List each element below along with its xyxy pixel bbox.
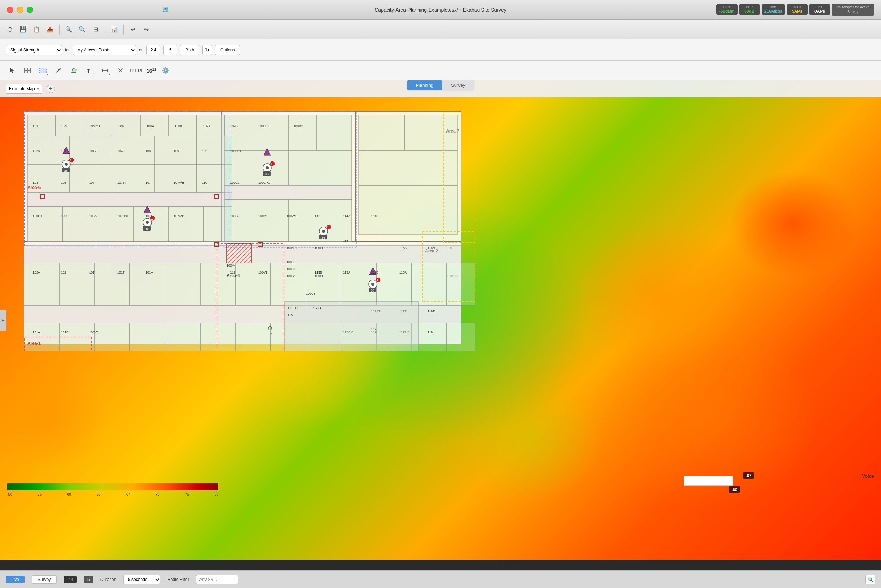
minimize-button[interactable] [17, 7, 23, 13]
svg-rect-48 [225, 115, 288, 150]
svg-rect-28 [140, 115, 168, 136]
ruler-tool[interactable] [130, 64, 142, 77]
svg-text:100U: 100U [286, 260, 294, 264]
refresh-button[interactable]: ↻ [202, 45, 212, 55]
svg-text:36: 36 [265, 172, 268, 176]
grid-area-tool[interactable] [37, 64, 49, 77]
svg-text:100W1: 100W1 [286, 214, 297, 218]
svg-text:1: 1 [376, 279, 378, 282]
zoom-button[interactable]: 🔍 [866, 574, 875, 585]
svg-rect-77 [94, 323, 130, 351]
redo-button[interactable]: ↪ [141, 24, 152, 35]
svg-rect-52 [288, 150, 352, 185]
map-name-select[interactable]: Example Map [6, 84, 42, 94]
svg-text:104C/D: 104C/D [89, 124, 100, 128]
svg-text:107: 107 [89, 181, 94, 184]
svg-rect-61 [24, 263, 59, 305]
svg-text:100V3: 100V3 [89, 331, 98, 334]
svg-rect-87 [447, 323, 475, 351]
duration-select[interactable]: 5 seconds [123, 575, 160, 584]
svg-text:117: 117 [371, 327, 376, 331]
window-title: Capacity-Area-Planning-Example.esx* - Ek… [375, 7, 506, 13]
svg-text:100C1: 100C1 [33, 214, 42, 218]
svg-text:101B: 101B [61, 331, 68, 334]
for-label: for [65, 48, 70, 52]
legend-max: -80 [213, 492, 218, 496]
map-sidebar-toggle[interactable]: ▶ [0, 309, 6, 331]
access-points-select[interactable]: My Access Points [73, 45, 136, 55]
svg-rect-63 [94, 263, 130, 305]
svg-rect-78 [130, 323, 165, 351]
undo-button[interactable]: ↩ [127, 24, 138, 35]
options-button[interactable]: Options [215, 45, 240, 55]
fit-button[interactable]: ⊞ [90, 24, 101, 35]
ap-tool[interactable] [114, 64, 127, 77]
svg-text:113A: 113A [343, 271, 350, 274]
svg-rect-53 [225, 185, 352, 200]
svg-text:104L: 104L [61, 124, 68, 128]
svg-point-11 [120, 70, 121, 71]
band-input[interactable] [163, 45, 177, 55]
svg-text:107C/D: 107C/D [117, 214, 128, 218]
legend-mid3: -65 [96, 492, 100, 496]
area-tool[interactable] [67, 64, 80, 77]
svg-rect-54 [225, 200, 288, 242]
svg-rect-25 [56, 115, 84, 136]
svg-text:101T: 101T [117, 271, 125, 274]
zoom-out-button[interactable]: 🔍 [76, 24, 88, 35]
sep3 [123, 25, 124, 34]
save-button[interactable]: 💾 [18, 24, 29, 35]
svg-rect-4 [40, 68, 46, 73]
select-tool[interactable] [6, 64, 18, 77]
grid-tool[interactable] [21, 64, 34, 77]
svg-rect-3 [28, 71, 31, 73]
ssid-filter-input[interactable] [196, 575, 238, 584]
text-tool[interactable]: T [83, 64, 96, 77]
close-button[interactable] [7, 7, 13, 13]
svg-rect-213 [285, 302, 419, 351]
survey-tab-button[interactable]: Survey [32, 575, 57, 584]
svg-text:102: 102 [61, 271, 66, 274]
on-label: on [139, 48, 144, 52]
svg-rect-64 [130, 263, 165, 305]
channel-input[interactable] [146, 45, 160, 55]
export-button[interactable]: 📋 [31, 24, 42, 35]
svg-text:108B: 108B [175, 124, 182, 128]
chart-button[interactable]: 📊 [109, 24, 120, 35]
legend-mid5: -70 [154, 492, 159, 496]
svg-text:103: 103 [33, 124, 38, 128]
survey-toggle[interactable]: Survey [443, 80, 473, 90]
maximize-button[interactable] [27, 7, 33, 13]
cursor-tool[interactable]: ⬡ [4, 24, 15, 35]
legend-gradient-bar [7, 483, 219, 490]
svg-text:119T: 119T [427, 309, 435, 313]
no-adapter-badge: No Adapter for Active Survey [832, 3, 874, 15]
svg-text:100U1: 100U1 [286, 267, 296, 271]
svg-text:109B: 109B [230, 124, 238, 128]
svg-rect-24 [27, 115, 56, 136]
sep1 [59, 25, 60, 34]
signal-value-1: -67 [743, 472, 754, 479]
svg-text:105: 105 [61, 181, 66, 184]
svg-text:114A: 114A [343, 214, 350, 218]
data-badge: Data 216Mbps [761, 4, 785, 15]
live-button[interactable]: Live [6, 576, 25, 584]
svg-rect-30 [197, 115, 225, 136]
svg-text:120: 120 [447, 246, 452, 250]
draw-tool[interactable] [52, 64, 65, 77]
zoom-in-button[interactable]: 🔍 [63, 24, 74, 35]
both-button[interactable]: Both [180, 45, 199, 55]
svg-text:1075T: 1075T [117, 181, 126, 184]
svg-point-109 [146, 221, 149, 224]
add-map-button[interactable]: + [46, 85, 55, 93]
svg-text:100CP1: 100CP1 [258, 181, 270, 184]
svg-rect-1 [28, 68, 31, 70]
measure-select[interactable]: Signal Strength [6, 45, 62, 55]
measure-tool[interactable] [99, 64, 111, 77]
planning-toggle[interactable]: Planning [407, 80, 442, 90]
settings-tool[interactable]: ⚙️ [159, 64, 172, 77]
export2-button[interactable]: 📤 [44, 24, 56, 35]
svg-rect-29 [168, 115, 197, 136]
legend-mid4: -67 [125, 492, 130, 496]
svg-text:1048: 1048 [117, 149, 124, 153]
